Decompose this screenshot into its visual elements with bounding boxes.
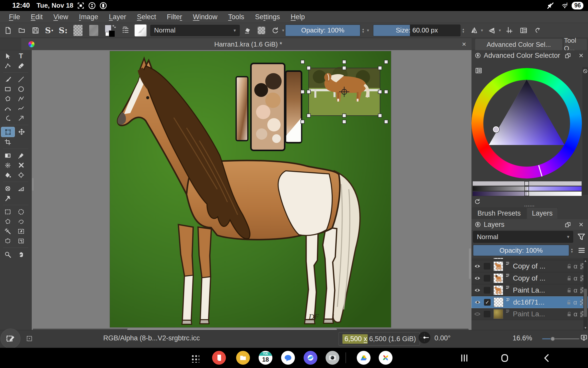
crop-tool[interactable] xyxy=(1,137,14,147)
polygonal-selection-tool[interactable] xyxy=(1,217,14,226)
layer-checkbox[interactable] xyxy=(484,263,490,270)
polygon-tool[interactable] xyxy=(1,94,14,104)
color-sampler-tool[interactable] xyxy=(14,151,28,160)
gradient-tool[interactable] xyxy=(1,151,14,160)
chevron-down-icon[interactable]: ▾ xyxy=(367,28,369,33)
document-tab[interactable]: Harran1.kra (1.6 GiB) * × xyxy=(21,38,472,51)
layer-opacity-spinner[interactable]: ▴▾ xyxy=(569,245,575,256)
fit-to-screen-icon[interactable] xyxy=(580,334,588,341)
edit-shapes-tool[interactable] xyxy=(1,61,14,71)
undo-button[interactable] xyxy=(532,25,543,36)
brush-size-slider[interactable]: Size: 60.00 px xyxy=(373,25,460,36)
scroll-up-icon[interactable]: ▲ xyxy=(583,259,587,263)
new-document-button[interactable] xyxy=(2,25,14,36)
filter-layers-icon[interactable] xyxy=(577,232,586,241)
workspace-chooser-button[interactable] xyxy=(518,25,529,36)
canvas-vertical-scrollbar[interactable] xyxy=(469,248,471,279)
canvas-edit-floating-button[interactable] xyxy=(1,329,20,349)
freehand-brush-tool[interactable] xyxy=(1,74,14,84)
app-messages-icon[interactable] xyxy=(281,351,295,365)
visibility-eye-icon[interactable] xyxy=(474,275,481,282)
docker-lock-icon[interactable] xyxy=(475,221,481,228)
dynamic-brush-tool[interactable] xyxy=(1,113,14,123)
app-camera-icon[interactable] xyxy=(326,351,339,365)
smart-patch-tool[interactable] xyxy=(1,160,14,170)
lock-icon[interactable] xyxy=(566,299,572,305)
pattern-chooser[interactable] xyxy=(71,25,85,36)
preserve-alpha-button[interactable] xyxy=(256,25,267,36)
mirror-vertical-button[interactable] xyxy=(468,25,480,36)
layer-opacity-slider[interactable]: Opacity: 100% xyxy=(473,245,569,256)
gradient-chooser[interactable] xyxy=(87,25,101,36)
mirror-horizontal-button[interactable] xyxy=(486,25,498,36)
layer-row[interactable]: Paint La... α xyxy=(471,258,588,260)
move-tool[interactable] xyxy=(15,127,28,137)
alpha-lock-icon[interactable]: α xyxy=(572,274,579,282)
menu-image[interactable]: Image xyxy=(74,13,103,21)
menu-edit[interactable]: Edit xyxy=(26,13,48,21)
lock-icon[interactable] xyxy=(566,275,572,281)
layer-checkbox[interactable] xyxy=(484,275,490,282)
visibility-eye-closed-icon[interactable] xyxy=(474,311,481,317)
layer-menu-icon[interactable] xyxy=(577,247,586,254)
foreground-background-colors[interactable] xyxy=(103,25,118,36)
menu-settings[interactable]: Settings xyxy=(250,13,285,21)
opacity-spinner[interactable]: ▴▾ xyxy=(360,25,366,36)
chevron-down-icon[interactable]: ▾ xyxy=(499,28,501,33)
freehand-path-tool[interactable] xyxy=(14,104,28,113)
color-slider-1[interactable] xyxy=(472,181,582,186)
elliptical-selection-tool[interactable] xyxy=(14,207,28,217)
select-by-color-tool[interactable] xyxy=(14,226,28,236)
layer-list-scrollbar[interactable]: ▲ ▼ xyxy=(583,258,587,331)
scrollbar-handle[interactable] xyxy=(584,289,587,317)
menu-tools[interactable]: Tools xyxy=(223,13,250,21)
splitter-handle[interactable]: ▪▪▪▪▪▪ xyxy=(471,205,588,207)
zoom-slider[interactable] xyxy=(542,338,579,339)
close-docker-icon[interactable] xyxy=(578,221,584,228)
pan-tool[interactable] xyxy=(14,250,28,259)
selection-indicator-icon[interactable] xyxy=(26,335,33,342)
visibility-eye-icon[interactable] xyxy=(474,263,481,270)
tab-advanced-color-selector[interactable]: Advanced Color Sel... xyxy=(475,38,563,50)
app-notes-icon[interactable] xyxy=(212,351,226,365)
rectangular-selection-tool[interactable] xyxy=(1,207,14,217)
scroll-down-icon[interactable]: ▼ xyxy=(583,326,587,330)
eraser-mode-button[interactable] xyxy=(242,25,253,36)
open-document-button[interactable] xyxy=(16,25,28,36)
transform-tool[interactable] xyxy=(1,127,15,137)
pattern-edit-tool[interactable] xyxy=(14,160,28,170)
app-photos-icon[interactable] xyxy=(379,351,393,365)
chevron-down-icon[interactable]: ▾ xyxy=(282,28,284,33)
fill-tool[interactable] xyxy=(1,170,14,180)
menu-file[interactable]: File xyxy=(4,13,26,21)
app-internet-icon[interactable] xyxy=(304,351,317,365)
color-slider-3[interactable] xyxy=(472,191,582,196)
toolbox-scrollbar[interactable] xyxy=(32,178,34,191)
collapsed-docker-strip[interactable] xyxy=(582,67,588,195)
alpha-lock-icon[interactable]: α xyxy=(572,286,579,294)
lock-icon[interactable] xyxy=(566,311,572,317)
menu-select[interactable]: Select xyxy=(132,13,162,21)
nav-home-button[interactable] xyxy=(499,353,510,364)
document-canvas[interactable]: DF xyxy=(110,51,391,327)
magnetic-selection-tool[interactable] xyxy=(14,236,28,246)
layer-row[interactable]: Paint La... α xyxy=(471,284,588,296)
tab-brush-presets[interactable]: Brush Presets xyxy=(472,207,526,219)
close-docker-icon[interactable] xyxy=(578,52,584,59)
zoom-slider-handle[interactable] xyxy=(550,337,555,341)
similar-color-selection-tool[interactable] xyxy=(1,226,14,236)
size-spinner[interactable]: ▴▾ xyxy=(460,25,466,36)
measure-tool[interactable] xyxy=(14,184,28,193)
brush-smoothing-button[interactable]: S· xyxy=(43,25,55,36)
menu-window[interactable]: Window xyxy=(188,13,223,21)
bezier-selection-tool[interactable] xyxy=(1,236,14,246)
enclose-fill-tool[interactable] xyxy=(14,170,28,180)
alpha-lock-icon[interactable]: α xyxy=(572,298,579,306)
float-docker-icon[interactable] xyxy=(564,52,571,59)
reference-images-tool[interactable] xyxy=(1,193,14,203)
multibrush-tool[interactable] xyxy=(14,113,28,123)
brush-preset-chooser[interactable] xyxy=(133,25,148,36)
rotation-dial[interactable] xyxy=(419,332,430,343)
alpha-lock-icon[interactable]: α xyxy=(572,262,579,270)
lock-icon[interactable] xyxy=(566,263,572,269)
